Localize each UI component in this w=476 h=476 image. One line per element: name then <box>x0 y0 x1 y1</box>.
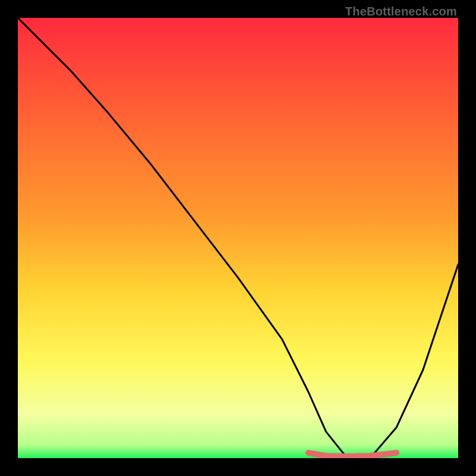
watermark-text: TheBottleneck.com <box>345 5 457 18</box>
chart-root: { "watermark": "TheBottleneck.com", "col… <box>0 0 476 476</box>
bottleneck-curve <box>18 18 458 458</box>
chart-overlay <box>18 18 458 458</box>
plot-area <box>18 18 458 458</box>
accent-valley-curve <box>308 453 396 456</box>
